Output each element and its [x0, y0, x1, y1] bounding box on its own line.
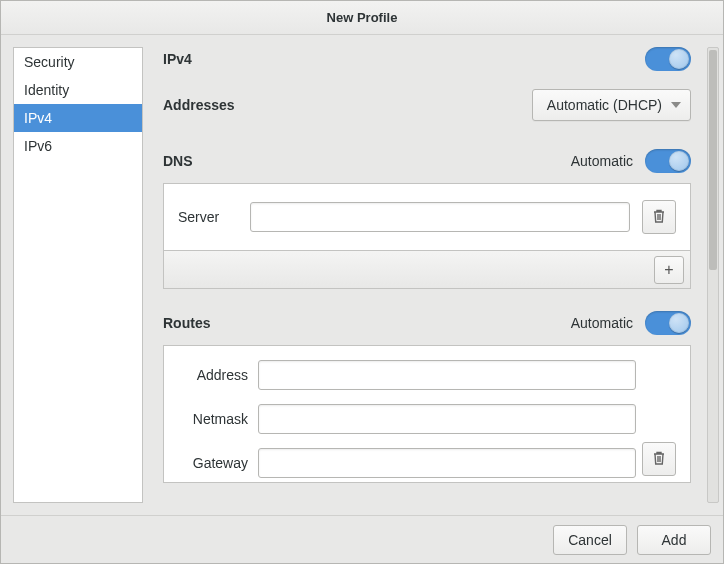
sidebar-item-label: Security [24, 54, 75, 70]
dns-servers-panel: Server + [163, 183, 691, 289]
ipv4-enable-toggle[interactable] [645, 47, 691, 71]
routes-panel: Address Netmask Gateway [163, 345, 691, 483]
scrollbar-thumb[interactable] [709, 50, 717, 270]
route-address-label: Address [178, 367, 248, 383]
window-title: New Profile [327, 10, 398, 25]
dns-server-label: Server [178, 209, 238, 225]
toggle-knob [669, 49, 689, 69]
ipv4-panel: IPv4 Addresses Automatic (DHCP) DNS Auto… [163, 47, 705, 503]
addresses-mode-value: Automatic (DHCP) [547, 97, 662, 113]
sidebar-item-identity[interactable]: Identity [14, 76, 142, 104]
sidebar-item-ipv6[interactable]: IPv6 [14, 132, 142, 160]
dialog-footer: Cancel Add [1, 515, 723, 563]
route-gateway-input[interactable] [258, 448, 636, 478]
plus-icon: + [664, 262, 673, 278]
route-netmask-input[interactable] [258, 404, 636, 434]
toggle-knob [669, 313, 689, 333]
button-label: Add [662, 532, 687, 548]
dns-heading: DNS [163, 153, 193, 169]
dns-server-add-button[interactable]: + [654, 256, 684, 284]
trash-icon [652, 450, 666, 469]
cancel-button[interactable]: Cancel [553, 525, 627, 555]
route-delete-button[interactable] [642, 442, 676, 476]
dns-server-delete-button[interactable] [642, 200, 676, 234]
content-scrollbar[interactable] [707, 47, 719, 503]
ipv4-heading: IPv4 [163, 51, 192, 67]
route-gateway-label: Gateway [178, 455, 248, 471]
chevron-down-icon [671, 102, 681, 108]
routes-automatic-label: Automatic [571, 315, 633, 331]
sidebar-item-label: Identity [24, 82, 69, 98]
dns-automatic-label: Automatic [571, 153, 633, 169]
route-address-input[interactable] [258, 360, 636, 390]
dns-server-input[interactable] [250, 202, 630, 232]
trash-icon [652, 208, 666, 227]
add-button[interactable]: Add [637, 525, 711, 555]
routes-automatic-toggle[interactable] [645, 311, 691, 335]
toggle-knob [669, 151, 689, 171]
sidebar-item-security[interactable]: Security [14, 48, 142, 76]
route-netmask-label: Netmask [178, 411, 248, 427]
settings-sidebar: Security Identity IPv4 IPv6 [13, 47, 143, 503]
addresses-label: Addresses [163, 97, 235, 113]
sidebar-item-label: IPv4 [24, 110, 52, 126]
routes-heading: Routes [163, 315, 210, 331]
sidebar-item-label: IPv6 [24, 138, 52, 154]
addresses-mode-select[interactable]: Automatic (DHCP) [532, 89, 691, 121]
window-titlebar: New Profile [1, 1, 723, 35]
dns-automatic-toggle[interactable] [645, 149, 691, 173]
button-label: Cancel [568, 532, 612, 548]
sidebar-item-ipv4[interactable]: IPv4 [14, 104, 142, 132]
